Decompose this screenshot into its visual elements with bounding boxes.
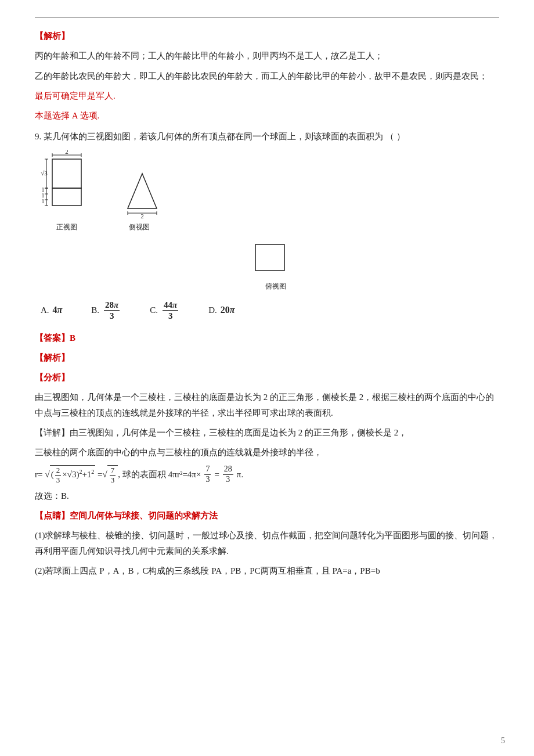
side-view-svg: 2: [110, 171, 168, 220]
analysis-text-1b: 乙的年龄比农民的年龄大，即工人的年龄比农民的年龄大，而工人的年龄比甲的年龄小，故…: [35, 69, 499, 84]
side-view-diagram: 2 侧视图: [110, 171, 168, 232]
top-view-diagram: 俯视图: [52, 242, 499, 291]
formula-line: r= √(23×√3)2+12 =√73, 球的表面积 4πr²=4π× 7 3…: [35, 465, 499, 485]
svg-marker-22: [128, 174, 157, 208]
top-view-svg: [250, 242, 302, 279]
analysis-label-2: 【解析】: [35, 350, 499, 365]
svg-text:2: 2: [140, 213, 144, 219]
svg-text:√3: √3: [41, 170, 48, 177]
choice-b: B. 28π 3: [91, 300, 121, 321]
analysis-text-1a: 丙的年龄和工人的年龄不同；工人的年龄比甲的年龄小，则甲丙均不是工人，故乙是工人；: [35, 48, 499, 63]
detail-label: 【详解】由三视图知，几何体是一个三棱柱，三棱柱的底面是边长为 2 的正三角形，侧…: [35, 425, 499, 440]
svg-rect-17: [52, 188, 81, 206]
choice-d-expr: 20π: [221, 305, 235, 315]
front-label: 正视图: [56, 222, 77, 232]
choice-a-letter: A.: [41, 305, 49, 315]
analysis-text-1d: 本题选择 A 选项.: [35, 108, 499, 123]
formula-frac2: 28 3: [223, 465, 233, 485]
choice-c-letter: C.: [150, 305, 158, 315]
top-view-group: 俯视图: [52, 242, 499, 291]
point-2: (2)若球面上四点 P，A，B，C构成的三条线段 PA，PB，PC两两互相垂直，…: [35, 563, 499, 578]
choice-d: D. 20π: [208, 305, 234, 315]
diagrams-group: 2 √3 1 1 1 正视图 2: [41, 150, 499, 232]
formula-sqrt: √(23×√3)2+12 =√73,: [45, 465, 120, 484]
formula-suffix: π.: [237, 470, 243, 480]
choices-row: A. 4π B. 28π 3 C. 44π 3 D. 20π: [41, 300, 499, 321]
analysis-text-2: 由三视图知，几何体是一个三棱柱，三棱柱的底面是边长为 2 的正三角形，侧棱长是 …: [35, 390, 499, 420]
choice-b-expr: 28π 3: [103, 300, 121, 321]
svg-rect-8: [52, 159, 81, 188]
q9-header: 9. 某几何体的三视图如图，若该几何体的所有顶点都在同一个球面上，则该球面的表面…: [35, 129, 499, 144]
point-1: (1)求解球与棱柱、棱锥的接、切问题时，一般过球心及接、切点作截面，把空间问题转…: [35, 528, 499, 559]
q9-number: 9.: [35, 132, 41, 141]
choice-d-letter: D.: [208, 305, 217, 315]
answer-label: 【答案】B: [35, 330, 499, 345]
front-view-diagram: 2 √3 1 1 1 正视图: [41, 150, 93, 232]
formula-frac: 7 3: [204, 465, 211, 485]
svg-text:2: 2: [65, 150, 68, 155]
choice-a: A. 4π: [41, 305, 62, 315]
analysis-label-3: 【分析】: [35, 370, 499, 385]
choice-b-letter: B.: [91, 305, 99, 315]
page-number: 5: [501, 736, 505, 746]
formula-r: r=: [35, 470, 42, 480]
front-view-svg: 2 √3 1 1 1: [41, 150, 93, 220]
choice-c-expr: 44π 3: [161, 300, 179, 321]
choice-a-expr: 4π: [53, 305, 63, 315]
q9-blank: （ ）: [385, 132, 405, 141]
analysis-text-1c: 最后可确定甲是军人.: [35, 88, 499, 103]
choice-c: C. 44π 3: [150, 300, 179, 321]
detail-text-2: 三棱柱的两个底面的中心的中点与三棱柱的顶点的连线就是外接球的半径，: [35, 445, 499, 460]
top-divider: [35, 17, 499, 18]
formula-result: 球的表面积 4πr²=4π×: [122, 469, 201, 480]
point-label: 【点睛】空间几何体与球接、切问题的求解方法: [35, 508, 499, 523]
analysis-label-1: 【解析】: [35, 28, 499, 44]
top-label: 俯视图: [265, 282, 286, 291]
svg-text:1: 1: [42, 198, 45, 204]
side-label: 侧视图: [129, 222, 150, 232]
svg-rect-23: [255, 244, 284, 271]
gui-ze: 故选：B.: [35, 488, 499, 503]
q9-text: 某几何体的三视图如图，若该几何体的所有顶点都在同一个球面上，则该球面的表面积为: [44, 132, 383, 141]
